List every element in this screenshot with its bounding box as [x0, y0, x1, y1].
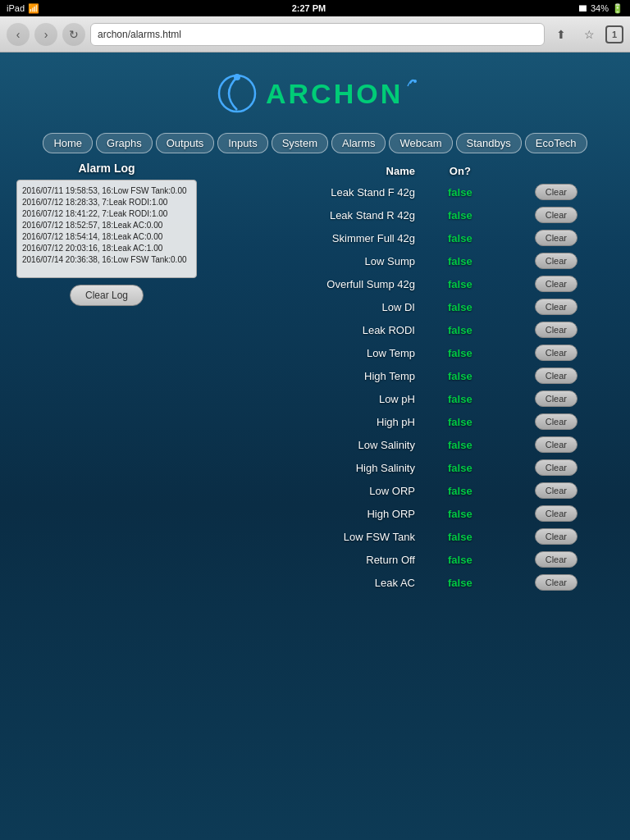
clear-button-17[interactable]: Clear [535, 574, 578, 591]
alarm-status-11: false [422, 433, 499, 456]
clear-button-4[interactable]: Clear [535, 276, 578, 292]
tab-count[interactable]: 1 [605, 25, 623, 43]
nav-standbys[interactable]: Standbys [456, 133, 522, 153]
log-entry-1: 2016/07/11 19:58:53, 16:Low FSW Tank:0.0… [22, 185, 191, 197]
clear-button-3[interactable]: Clear [535, 253, 578, 269]
nav-graphs[interactable]: Graphs [96, 133, 153, 153]
log-entry-6: 2016/07/12 20:03:16, 18:Leak AC:1.00 [22, 243, 191, 254]
address-bar[interactable]: archon/alarms.html [90, 23, 545, 46]
alarm-action-13: Clear [499, 479, 614, 502]
clear-button-16[interactable]: Clear [535, 551, 578, 568]
alarm-row-13: Low ORPfalseClear [213, 479, 614, 502]
nav-ecotech[interactable]: EcoTech [525, 133, 587, 153]
main-content: Alarm Log 2016/07/11 19:58:53, 16:Low FS… [16, 162, 614, 594]
alarm-status-2: false [422, 226, 499, 249]
alarm-name-7: Low Temp [213, 341, 422, 364]
bluetooth-icon: ⯀ [578, 3, 587, 13]
alarm-status-6: false [422, 318, 499, 341]
alarm-status-16: false [422, 548, 499, 571]
clear-button-10[interactable]: Clear [535, 413, 578, 430]
nav-webcam[interactable]: Webcam [389, 133, 452, 153]
alarm-name-4: Overfull Sump 42g [213, 272, 422, 295]
alarm-name-6: Leak RODI [213, 318, 422, 341]
alarm-action-10: Clear [499, 410, 614, 433]
alarm-log-title: Alarm Log [16, 162, 197, 175]
nav-system[interactable]: System [272, 133, 328, 153]
alarm-status-0: false [422, 180, 499, 203]
clear-button-8[interactable]: Clear [535, 368, 578, 384]
clear-button-14[interactable]: Clear [535, 505, 578, 522]
alarm-status-13: false [422, 479, 499, 502]
alarm-status-12: false [422, 456, 499, 479]
alarm-row-17: Leak ACfalseClear [213, 571, 614, 594]
alarm-row-0: Leak Stand F 42gfalseClear [213, 180, 614, 203]
alarm-action-11: Clear [499, 433, 614, 456]
alarm-table: Name On? Leak Stand F 42gfalseClearLeak … [213, 162, 614, 594]
browser-icons: ⬆ ☆ 1 [550, 23, 623, 46]
nav-home[interactable]: Home [43, 133, 93, 153]
alarm-status-9: false [422, 387, 499, 410]
alarm-row-10: High pHfalseClear [213, 410, 614, 433]
alarm-row-11: Low SalinityfalseClear [213, 433, 614, 456]
url-text: archon/alarms.html [98, 29, 181, 40]
alarm-name-13: Low ORP [213, 479, 422, 502]
alarm-name-0: Leak Stand F 42g [213, 180, 422, 203]
clear-button-0[interactable]: Clear [535, 184, 578, 200]
nav-alarms[interactable]: Alarms [331, 133, 386, 153]
alarm-row-9: Low pHfalseClear [213, 387, 614, 410]
alarm-name-5: Low DI [213, 295, 422, 318]
alarm-status-8: false [422, 364, 499, 387]
alarm-row-8: High TempfalseClear [213, 364, 614, 387]
alarm-row-6: Leak RODIfalseClear [213, 318, 614, 341]
alarm-action-7: Clear [499, 341, 614, 364]
alarm-status-7: false [422, 341, 499, 364]
svg-point-0 [219, 75, 255, 112]
alarm-row-1: Leak Stand R 42gfalseClear [213, 203, 614, 226]
alarm-name-14: High ORP [213, 502, 422, 525]
back-button[interactable]: ‹ [7, 23, 30, 46]
alarm-name-3: Low Sump [213, 249, 422, 272]
alarm-row-2: Skimmer Full 42gfalseClear [213, 226, 614, 249]
log-entry-2: 2016/07/12 18:28:33, 7:Leak RODI:1.00 [22, 197, 191, 208]
clear-button-15[interactable]: Clear [535, 528, 578, 545]
clear-button-2[interactable]: Clear [535, 230, 578, 246]
clear-button-9[interactable]: Clear [535, 390, 578, 407]
alarm-name-8: High Temp [213, 364, 422, 387]
reload-button[interactable]: ↻ [62, 23, 85, 46]
clear-log-button[interactable]: Clear Log [70, 285, 144, 306]
clear-button-11[interactable]: Clear [535, 436, 578, 453]
clear-button-1[interactable]: Clear [535, 207, 578, 223]
status-right: ⯀ 34% 🔋 [578, 3, 623, 14]
alarm-action-14: Clear [499, 502, 614, 525]
alarm-action-5: Clear [499, 295, 614, 318]
alarm-action-1: Clear [499, 203, 614, 226]
alarm-name-9: Low pH [213, 387, 422, 410]
nav-outputs[interactable]: Outputs [156, 133, 215, 153]
alarm-status-1: false [422, 203, 499, 226]
svg-point-1 [234, 74, 240, 80]
alarm-name-15: Low FSW Tank [213, 525, 422, 548]
bookmark-button[interactable]: ☆ [578, 23, 600, 46]
alarm-action-16: Clear [499, 548, 614, 571]
status-bar: iPad 📶 2:27 PM ⯀ 34% 🔋 [0, 0, 630, 16]
log-entry-5: 2016/07/12 18:54:14, 18:Leak AC:0.00 [22, 231, 191, 243]
alarm-action-0: Clear [499, 180, 614, 203]
nav-bar: Home Graphs Outputs Inputs System Alarms… [16, 133, 614, 153]
alarm-status-15: false [422, 525, 499, 548]
alarm-row-3: Low SumpfalseClear [213, 249, 614, 272]
nav-inputs[interactable]: Inputs [217, 133, 267, 153]
clear-button-12[interactable]: Clear [535, 459, 578, 476]
log-entry-3: 2016/07/12 18:41:22, 7:Leak RODI:1.00 [22, 208, 191, 220]
clear-button-6[interactable]: Clear [535, 322, 578, 338]
clear-button-5[interactable]: Clear [535, 299, 578, 315]
alarm-status-3: false [422, 249, 499, 272]
archon-logo: ARCHON [192, 69, 438, 118]
clear-button-13[interactable]: Clear [535, 482, 578, 499]
battery-icon: 🔋 [612, 3, 623, 14]
clear-button-7[interactable]: Clear [535, 345, 578, 361]
share-button[interactable]: ⬆ [550, 23, 573, 46]
forward-button[interactable]: › [34, 23, 57, 46]
col-header-action [499, 162, 614, 180]
alarm-name-1: Leak Stand R 42g [213, 203, 422, 226]
alarm-status-17: false [422, 571, 499, 594]
